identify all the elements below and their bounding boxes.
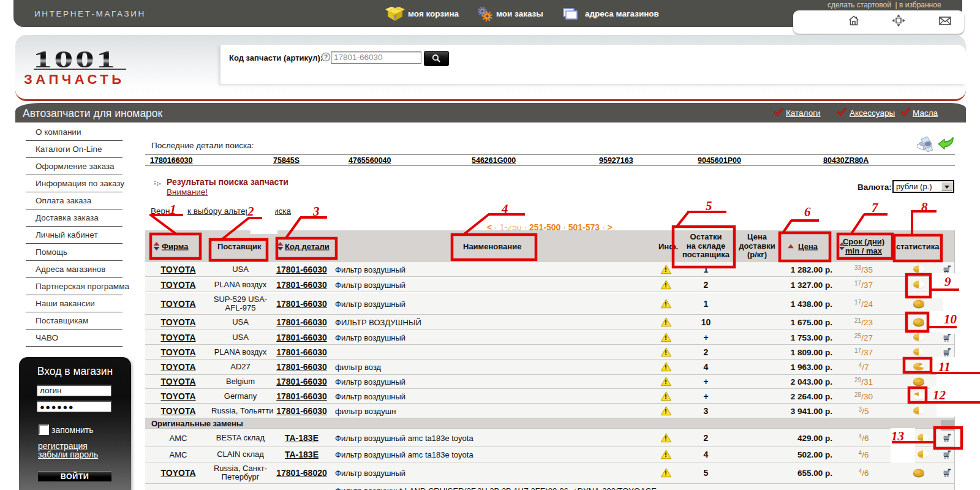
svg-text:6: 6 <box>804 205 811 219</box>
svg-text:10: 10 <box>944 312 957 326</box>
svg-text:12: 12 <box>933 388 946 402</box>
svg-text:9: 9 <box>944 274 951 289</box>
svg-text:7: 7 <box>872 200 879 215</box>
svg-text:3: 3 <box>312 204 320 219</box>
svg-text:2: 2 <box>247 204 254 219</box>
svg-text:13: 13 <box>891 429 904 443</box>
svg-text:1: 1 <box>170 202 176 217</box>
svg-text:5: 5 <box>706 198 712 213</box>
svg-text:11: 11 <box>938 360 951 374</box>
svg-text:8: 8 <box>921 200 928 214</box>
svg-text:4: 4 <box>501 202 508 216</box>
